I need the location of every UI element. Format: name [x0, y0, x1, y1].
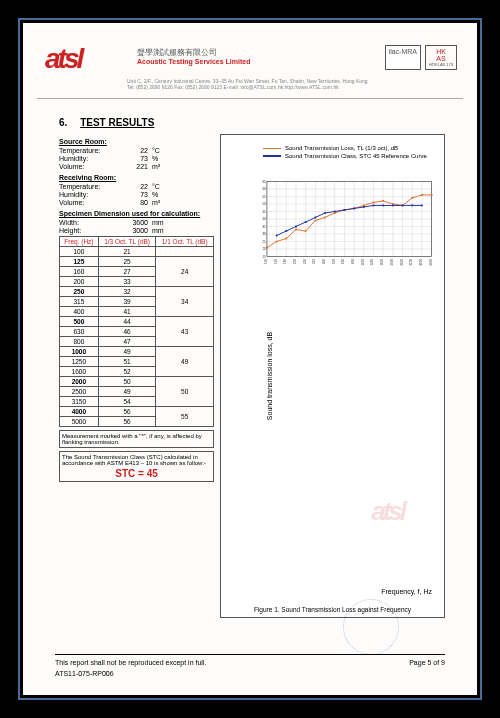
svg-text:65: 65: [262, 180, 266, 184]
svg-text:630: 630: [341, 259, 345, 264]
legend-text-tl: Sound Transmission Loss, TL (1/3 oct), d…: [285, 145, 398, 151]
source-room-block: Temperature:22°CHumidity:73%Volume:221m³: [59, 147, 214, 170]
cell-t3: 46: [98, 327, 156, 337]
chart-x-label: Frequency, f, Hz: [381, 588, 432, 595]
cell-t3: 39: [98, 297, 156, 307]
section-title: TEST RESULTS: [80, 117, 154, 128]
page: atsl 聲學測試服務有限公司 Acoustic Testing Service…: [23, 23, 477, 695]
svg-rect-89: [392, 205, 394, 207]
cell-freq: 200: [60, 277, 99, 287]
footer-page: Page 5 of 9: [409, 659, 445, 677]
left-column: Source Room: Temperature:22°CHumidity:73…: [59, 134, 214, 618]
legend-swatch-blue: [263, 155, 281, 157]
param-value: 221: [114, 163, 148, 170]
legend-swatch-red: [263, 148, 281, 149]
param-unit: %: [148, 155, 170, 162]
svg-text:35: 35: [262, 225, 266, 229]
svg-text:2000: 2000: [390, 259, 394, 266]
svg-rect-81: [314, 217, 316, 219]
svg-rect-75: [421, 194, 423, 196]
cell-freq: 125: [60, 257, 99, 267]
svg-text:15: 15: [262, 255, 266, 259]
svg-text:800: 800: [351, 259, 355, 264]
table-row: 20005050: [60, 377, 214, 387]
param-label: Height:: [59, 227, 114, 234]
svg-rect-64: [314, 220, 316, 222]
cell-t1: 49: [156, 347, 214, 377]
table-header-row: Freq. (Hz) 1/3 Oct. TL (dB) 1/1 Oct. TL …: [60, 237, 214, 247]
svg-rect-83: [334, 211, 336, 213]
table-row: 2503234: [60, 287, 214, 297]
svg-text:1250: 1250: [370, 259, 374, 266]
svg-rect-74: [411, 197, 413, 199]
chart-caption: Figure 1. Sound Transmission Loss agains…: [221, 606, 444, 613]
svg-text:3150: 3150: [409, 259, 413, 266]
frame: atsl 聲學測試服務有限公司 Acoustic Testing Service…: [0, 0, 500, 718]
cell-t3: 49: [98, 387, 156, 397]
cell-t3: 56: [98, 417, 156, 427]
cell-t3: 44: [98, 317, 156, 327]
freq-tbody: 1002112525241602720033250323431539400415…: [60, 247, 214, 427]
cell-t3: 41: [98, 307, 156, 317]
param-value: 3000: [114, 227, 148, 234]
cell-t3: 51: [98, 357, 156, 367]
footer-disclaimer: This report shall not be reproduced exce…: [55, 659, 206, 666]
svg-rect-78: [285, 230, 287, 232]
svg-text:30: 30: [262, 232, 266, 236]
cell-freq: 1600: [60, 367, 99, 377]
svg-rect-86: [363, 206, 365, 208]
svg-rect-77: [276, 235, 278, 237]
svg-text:200: 200: [293, 259, 297, 264]
company-name: 聲學測試服務有限公司 Acoustic Testing Services Lim…: [137, 47, 250, 65]
hkas-top: HK: [436, 48, 446, 55]
svg-rect-80: [305, 221, 307, 223]
param-row: Humidity:73%: [59, 191, 214, 198]
stc-note: The Sound Transmission Class (STC) calcu…: [62, 454, 211, 466]
cell-freq: 4000: [60, 407, 99, 417]
svg-rect-70: [373, 202, 375, 204]
frequency-table: Freq. (Hz) 1/3 Oct. TL (dB) 1/1 Oct. TL …: [59, 236, 214, 427]
table-row: 10021: [60, 247, 214, 257]
chart-y-label: Sound transmission loss, dB: [266, 332, 273, 420]
accreditation-badges: ilac-MRA HK AS HOKLAS 173: [385, 45, 457, 70]
table-row: 40005655: [60, 407, 214, 417]
svg-text:250: 250: [303, 259, 307, 264]
company-chinese: 聲學測試服務有限公司: [137, 47, 250, 58]
legend-item-stc: Sound Transmission Class, STC 45 Referen…: [263, 153, 436, 159]
svg-rect-84: [344, 209, 346, 211]
svg-rect-63: [305, 230, 307, 232]
table-row: 1252524: [60, 257, 214, 267]
cell-t3: 25: [98, 257, 156, 267]
cell-t3: 27: [98, 267, 156, 277]
cell-t3: 52: [98, 367, 156, 377]
param-row: Temperature:22°C: [59, 147, 214, 154]
svg-rect-76: [431, 194, 433, 196]
param-row: Volume:80m³: [59, 199, 214, 206]
cell-freq: 160: [60, 267, 99, 277]
receiving-room-heading: Receiving Room:: [59, 174, 214, 181]
cell-t1: 55: [156, 407, 214, 427]
section-number: 6.: [59, 117, 67, 128]
cell-freq: 400: [60, 307, 99, 317]
cell-freq: 800: [60, 337, 99, 347]
param-value: 80: [114, 199, 148, 206]
cell-freq: 2000: [60, 377, 99, 387]
cell-t1: [156, 247, 214, 257]
footer-ref: ATS11-075-RP006: [55, 670, 206, 677]
chart-plot: 1520253035404550556065100125160200250315…: [255, 179, 434, 269]
svg-rect-60: [276, 241, 278, 243]
cell-t1: 50: [156, 377, 214, 407]
table-row: 10004949: [60, 347, 214, 357]
param-label: Temperature:: [59, 147, 114, 154]
cell-freq: 5000: [60, 417, 99, 427]
cell-freq: 1000: [60, 347, 99, 357]
cell-t3: 33: [98, 277, 156, 287]
svg-rect-91: [411, 205, 413, 207]
ilac-badge: ilac-MRA: [385, 45, 421, 70]
param-label: Volume:: [59, 163, 114, 170]
cell-t3: 56: [98, 407, 156, 417]
param-value: 73: [114, 155, 148, 162]
stc-box: The Sound Transmission Class (STC) calcu…: [59, 451, 214, 482]
svg-text:400: 400: [322, 259, 326, 264]
svg-text:55: 55: [262, 195, 266, 199]
